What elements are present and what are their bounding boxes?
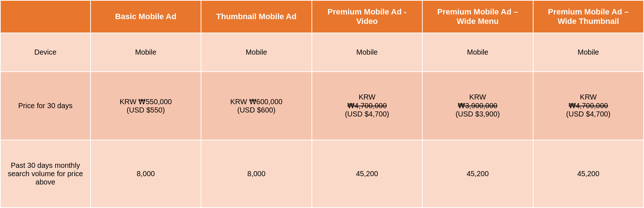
search-volume-premium-video: 45,200 <box>312 140 422 208</box>
pricing-table-wrapper: Basic Mobile Ad Thumbnail Mobile Ad Prem… <box>0 0 644 208</box>
price-thumbnail-line2: (USD $600) <box>237 106 276 114</box>
pricing-table: Basic Mobile Ad Thumbnail Mobile Ad Prem… <box>0 0 644 208</box>
price-pv-line2: ₩4,700,000 <box>347 102 387 110</box>
price-pv-line3: (USD $4,700) <box>345 110 389 118</box>
price-pwm-line2: ₩3,900,000 <box>458 102 497 110</box>
search-volume-basic: 8,000 <box>91 140 201 208</box>
price-thumbnail-line1: KRW ₩600,000 <box>230 98 283 106</box>
device-premium-wide-thumbnail: Mobile <box>533 33 644 72</box>
price-premium-wide-menu: KRW ₩3,900,000 (USD $3,900) <box>422 72 533 140</box>
search-volume-thumbnail: 8,000 <box>201 140 311 208</box>
device-basic: Mobile <box>91 33 201 72</box>
price-basic-line2: (USD $550) <box>127 106 165 114</box>
header-premium-wide-menu: Premium Mobile Ad – Wide Menu <box>422 0 533 33</box>
price-pv-line1: KRW <box>359 93 375 101</box>
price-label: Price for 30 days <box>0 72 91 140</box>
device-thumbnail: Mobile <box>201 33 311 72</box>
header-col0 <box>0 0 91 33</box>
header-premium-video: Premium Mobile Ad - Video <box>312 0 422 33</box>
device-premium-video: Mobile <box>312 33 422 72</box>
price-pwt-line3: (USD $4,700) <box>566 110 610 118</box>
header-premium-wide-thumbnail: Premium Mobile Ad – Wide Thumbnail <box>533 0 644 33</box>
device-premium-wide-menu: Mobile <box>422 33 533 72</box>
header-thumbnail-mobile-ad: Thumbnail Mobile Ad <box>201 0 311 33</box>
price-pwm-line1: KRW <box>469 93 486 101</box>
price-pwm-line3: (USD $3,900) <box>456 110 500 118</box>
price-pwt-line2: ₩4,700,000 <box>569 102 608 110</box>
price-premium-wide-thumbnail: KRW ₩4,700,000 (USD $4,700) <box>533 72 644 140</box>
search-volume-premium-wide-menu: 45,200 <box>422 140 533 208</box>
price-basic: KRW ₩550,000 (USD $550) <box>91 72 201 140</box>
price-premium-video: KRW ₩4,700,000 (USD $4,700) <box>312 72 422 140</box>
search-volume-premium-wide-thumbnail: 45,200 <box>533 140 644 208</box>
device-label: Device <box>0 33 91 72</box>
price-basic-line1: KRW ₩550,000 <box>120 98 172 106</box>
price-thumbnail: KRW ₩600,000 (USD $600) <box>201 72 311 140</box>
header-basic-mobile-ad: Basic Mobile Ad <box>91 0 201 33</box>
price-pwt-line1: KRW <box>580 93 597 101</box>
search-volume-label: Past 30 days monthly search volume for p… <box>0 140 91 208</box>
